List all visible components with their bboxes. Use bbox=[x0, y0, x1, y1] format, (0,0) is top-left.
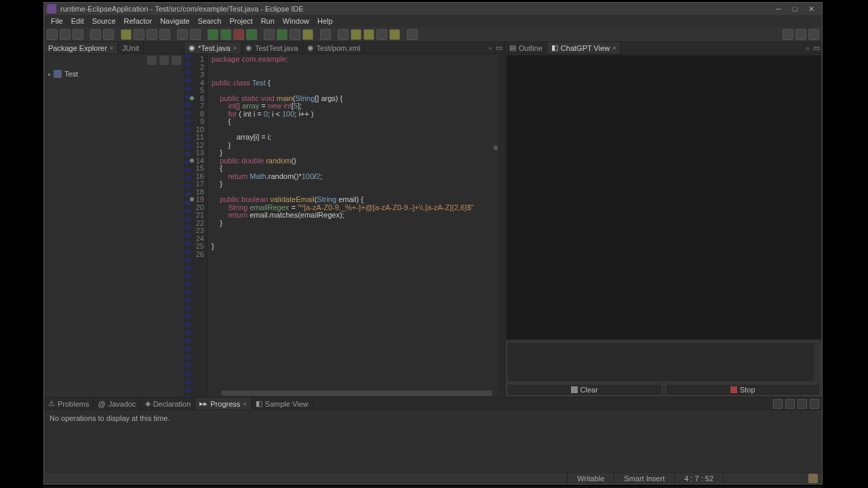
menu-run[interactable]: Run bbox=[257, 17, 279, 25]
tool-save[interactable] bbox=[60, 29, 71, 40]
minimize-button[interactable]: ─ bbox=[770, 4, 787, 14]
tool-forward-history[interactable] bbox=[363, 29, 374, 40]
expand-caret-icon[interactable]: ▸ bbox=[48, 71, 51, 77]
tool-new[interactable] bbox=[47, 29, 58, 40]
tool-search[interactable] bbox=[302, 29, 313, 40]
tool-coverage[interactable] bbox=[233, 29, 244, 40]
bottom-panel: ⚠ Problems @ Javadoc ◈ Declaration ▸▸ Pr… bbox=[44, 397, 822, 472]
tool-annotation-prev[interactable] bbox=[177, 29, 188, 40]
tool-annotation-next[interactable] bbox=[190, 29, 201, 40]
chat-buttons: Clear Stop bbox=[505, 384, 822, 397]
menu-file[interactable]: File bbox=[47, 17, 67, 25]
project-node[interactable]: ▸ Test bbox=[47, 69, 181, 79]
project-icon bbox=[54, 70, 62, 78]
tab-package-explorer[interactable]: Package Explorer × bbox=[44, 42, 118, 54]
menu-edit[interactable]: Edit bbox=[67, 17, 88, 25]
maximize-icon[interactable] bbox=[810, 399, 819, 409]
tool-block-selection[interactable] bbox=[146, 29, 157, 40]
view-menu-icon[interactable] bbox=[172, 56, 181, 65]
toolbar bbox=[44, 27, 822, 42]
tab-junit[interactable]: JUnit bbox=[118, 42, 144, 54]
remove-all-icon[interactable] bbox=[773, 399, 783, 409]
editor-tab-pom[interactable]: ◉ Test/pom.xml bbox=[303, 42, 366, 54]
tool-open-type[interactable] bbox=[290, 29, 300, 40]
clear-button[interactable]: Clear bbox=[507, 384, 663, 396]
tool-run-last[interactable] bbox=[246, 29, 257, 40]
horizontal-scrollbar[interactable] bbox=[221, 390, 492, 396]
eclipse-icon bbox=[47, 4, 56, 14]
menu-search[interactable]: Search bbox=[194, 17, 226, 25]
window-title: runtime-EclipseApplication - Test/src/co… bbox=[60, 5, 304, 13]
editor-tab-test[interactable]: ◉ *Test.java × bbox=[184, 42, 241, 54]
close-icon[interactable]: × bbox=[233, 45, 237, 52]
tool-java-perspective[interactable] bbox=[808, 29, 819, 40]
package-explorer-tree[interactable]: ▸ Test bbox=[44, 66, 184, 397]
menu-navigate[interactable]: Navigate bbox=[156, 17, 193, 25]
button-label: Stop bbox=[740, 386, 755, 394]
tool-open-perspective[interactable] bbox=[795, 29, 806, 40]
collapse-all-icon[interactable] bbox=[147, 56, 157, 65]
vertical-scrollbar[interactable] bbox=[498, 54, 505, 397]
tool-run[interactable] bbox=[208, 29, 218, 40]
tab-label: Javadoc bbox=[108, 400, 136, 408]
editor-minimize-icon[interactable]: ▫ bbox=[487, 44, 494, 52]
tool-redo[interactable] bbox=[103, 29, 114, 40]
tool-open-task[interactable] bbox=[320, 29, 331, 40]
file-icon: ◉ bbox=[245, 43, 252, 52]
problems-icon: ⚠ bbox=[48, 399, 55, 408]
close-icon[interactable]: × bbox=[110, 45, 113, 52]
menu-help[interactable]: Help bbox=[313, 17, 337, 25]
tip-icon[interactable] bbox=[808, 474, 818, 483]
chat-input-scrollbar[interactable] bbox=[814, 343, 819, 381]
menu-window[interactable]: Window bbox=[279, 17, 313, 25]
maximize-button[interactable]: □ bbox=[787, 4, 803, 14]
link-editor-icon[interactable] bbox=[159, 56, 169, 65]
tool-saveall[interactable] bbox=[73, 29, 83, 40]
stop-button[interactable]: Stop bbox=[665, 384, 821, 396]
menubar: File Edit Source Refactor Navigate Searc… bbox=[44, 15, 822, 27]
tool-show-whitespace[interactable] bbox=[159, 29, 170, 40]
tab-javadoc[interactable]: @ Javadoc bbox=[94, 398, 140, 409]
view-maximize-icon[interactable]: ▭ bbox=[811, 43, 822, 52]
tab-progress[interactable]: ▸▸ Progress × bbox=[195, 398, 251, 409]
tab-declaration[interactable]: ◈ Declaration bbox=[141, 398, 196, 409]
tab-problems[interactable]: ⚠ Problems bbox=[44, 398, 94, 409]
close-button[interactable]: ✕ bbox=[803, 4, 819, 14]
close-icon[interactable]: × bbox=[612, 45, 616, 52]
chat-output[interactable] bbox=[506, 55, 821, 340]
tool-pin[interactable] bbox=[407, 29, 418, 40]
overview-ruler-mark[interactable] bbox=[494, 146, 498, 150]
tool-new-class[interactable] bbox=[264, 29, 275, 40]
menu-project[interactable]: Project bbox=[225, 17, 256, 25]
folding-ruler[interactable] bbox=[184, 54, 191, 397]
tool-debug[interactable] bbox=[220, 29, 231, 40]
minimize-icon[interactable] bbox=[797, 399, 807, 409]
tool-toggle-breadcrumb[interactable] bbox=[121, 29, 132, 40]
tab-label: ChatGPT View bbox=[561, 44, 610, 52]
tab-outline[interactable]: ▤ Outline bbox=[505, 42, 547, 54]
close-icon[interactable]: × bbox=[243, 401, 246, 407]
tool-last-edit[interactable] bbox=[376, 29, 387, 40]
tool-back-history[interactable] bbox=[351, 29, 361, 40]
tab-label: *Test.java bbox=[198, 44, 231, 52]
tool-mark-occurrences[interactable] bbox=[134, 29, 144, 40]
tool-back[interactable] bbox=[338, 29, 349, 40]
view-minimize-icon[interactable]: ▫ bbox=[804, 44, 811, 52]
editor-tab-testtest[interactable]: ◉ TestTest.java bbox=[241, 42, 303, 54]
javadoc-icon: @ bbox=[98, 400, 105, 408]
tool-undo[interactable] bbox=[90, 29, 101, 40]
tab-chatgpt[interactable]: ◧ ChatGPT View × bbox=[547, 42, 621, 54]
tool-new-package[interactable] bbox=[277, 29, 288, 40]
menu-refactor[interactable]: Refactor bbox=[120, 17, 157, 25]
tool-quick-access[interactable] bbox=[783, 29, 793, 40]
editor-maximize-icon[interactable]: ▭ bbox=[494, 43, 505, 52]
tab-sample[interactable]: ◧ Sample View bbox=[252, 398, 313, 409]
status-writable: Writable bbox=[567, 472, 614, 484]
chat-input[interactable] bbox=[507, 342, 821, 382]
package-explorer-toolbar bbox=[44, 54, 184, 66]
tool-forward[interactable] bbox=[389, 29, 400, 40]
code-editor[interactable]: package com.example; public class Test {… bbox=[208, 54, 498, 397]
menu-source[interactable]: Source bbox=[88, 17, 120, 25]
view-menu-icon[interactable] bbox=[785, 399, 795, 409]
line-gutter[interactable]: 1234567891011121314151617181920212223242… bbox=[191, 54, 208, 397]
